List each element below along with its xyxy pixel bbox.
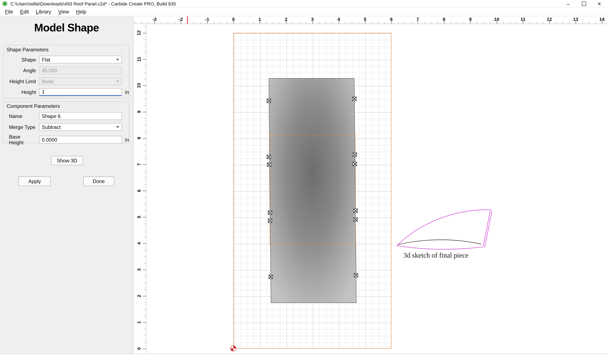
menu-item-library[interactable]: Library — [32, 8, 54, 16]
ruler-tick — [143, 217, 146, 217]
height-label: Height — [6, 89, 36, 95]
ruler-top-label: 10 — [494, 17, 499, 22]
page-title: Model Shape — [0, 22, 133, 34]
menu-item-help[interactable]: Help — [73, 8, 90, 16]
node-handle[interactable] — [353, 153, 357, 157]
apply-button[interactable]: Apply — [19, 177, 51, 186]
title-bar: C:\Users\willa\Downloads\493 Roof Panel.… — [0, 0, 607, 8]
ruler-tick — [143, 243, 146, 244]
angle-input — [39, 66, 122, 74]
ruler-top-label: -3 — [152, 17, 157, 22]
node-handle[interactable] — [269, 275, 273, 279]
node-handle[interactable] — [267, 99, 271, 103]
shape-select-value: Flat — [42, 57, 50, 63]
node-handle[interactable] — [354, 217, 358, 221]
ruler-left-label: 4 — [136, 240, 142, 247]
ruler-top-label: 14 — [599, 17, 605, 22]
node-handle[interactable] — [354, 273, 358, 277]
menu-item-edit[interactable]: Edit — [17, 8, 32, 16]
height-limit-select: None — [39, 77, 122, 85]
show-3d-button[interactable]: Show 3D — [51, 156, 83, 165]
group-legend: Shape Parameters — [7, 47, 129, 53]
close-icon: × — [597, 0, 601, 7]
ruler-top-label: 2 — [285, 17, 287, 22]
ruler-tick — [143, 322, 146, 323]
ruler-top-label: 1 — [258, 17, 261, 22]
ruler-tick — [143, 86, 146, 86]
maximize-button[interactable] — [576, 0, 591, 7]
node-handle[interactable] — [267, 155, 271, 159]
ruler-left-label: 10 — [136, 82, 142, 89]
ruler-left-label: 2 — [136, 293, 142, 299]
ruler-tick — [143, 296, 146, 296]
height-input[interactable] — [39, 88, 122, 96]
done-button[interactable]: Done — [83, 177, 114, 186]
model-shape-panel: Model Shape Shape Parameters Shape Flat … — [0, 16, 134, 354]
ruler-top-label: 11 — [521, 17, 526, 22]
ruler-top-label: 9 — [469, 17, 472, 22]
menu-bar: FileEditLibraryViewHelp — [0, 8, 607, 16]
ruler-top-label: 6 — [390, 17, 393, 22]
ruler-tick — [143, 191, 146, 191]
ruler-top-label: 4 — [337, 17, 340, 22]
chevron-down-icon — [116, 80, 119, 82]
chevron-down-icon — [116, 126, 119, 128]
ruler-top-label: 13 — [573, 17, 578, 22]
ruler-top-label: -1 — [205, 17, 209, 22]
base-height-label: Base Height — [6, 134, 36, 145]
ruler-tick — [143, 165, 146, 165]
ruler-left-label: 7 — [136, 161, 142, 168]
shape-parameters-group: Shape Parameters Shape Flat Angle Height… — [3, 45, 129, 98]
height-limit-label: Height Limit — [6, 78, 36, 84]
ruler-top-label: 3 — [311, 17, 314, 22]
ruler-left-label: 1 — [136, 319, 142, 325]
node-handle[interactable] — [352, 97, 356, 101]
chevron-down-icon — [116, 59, 119, 61]
name-label: Name — [6, 113, 36, 119]
height-unit: in — [125, 89, 129, 95]
node-handle[interactable] — [268, 210, 272, 215]
node-handle[interactable] — [267, 162, 271, 167]
ruler-left: 0123456789101112 — [134, 24, 146, 354]
ruler-top-label: 12 — [547, 17, 552, 22]
ruler-tick — [143, 270, 146, 270]
ruler-left-label: 9 — [136, 109, 142, 115]
ruler-top-label: 5 — [364, 17, 366, 22]
ruler-top-label: 8 — [443, 17, 445, 22]
ruler-cursor-indicator — [187, 16, 188, 24]
name-input[interactable] — [39, 112, 122, 120]
ruler-left-label: 3 — [136, 267, 142, 273]
ruler-left-label: 12 — [136, 30, 142, 36]
group-legend: Component Parameters — [7, 103, 129, 109]
ruler-left-label: 0 — [136, 345, 142, 351]
sketch-annotation-text[interactable]: 3d sketch of final piece — [403, 251, 496, 260]
menu-item-file[interactable]: File — [1, 8, 17, 16]
app-window: C:\Users\willa\Downloads\493 Roof Panel.… — [0, 0, 607, 364]
maximize-icon — [582, 1, 586, 6]
angle-label: Angle — [6, 68, 36, 74]
ruler-left-label: 8 — [136, 135, 142, 141]
node-handle[interactable] — [354, 208, 358, 213]
menu-item-view[interactable]: View — [54, 8, 72, 16]
ruler-tick — [143, 138, 146, 139]
component-parameters-group: Component Parameters Name Merge Type Sub… — [3, 101, 129, 143]
merge-type-label: Merge Type — [6, 124, 36, 130]
selected-vector-rect[interactable] — [269, 135, 356, 245]
app-icon — [2, 1, 7, 6]
shape-label: Shape — [6, 57, 36, 63]
node-handle[interactable] — [353, 162, 357, 166]
node-handle[interactable] — [268, 219, 272, 223]
base-height-input[interactable] — [39, 136, 122, 144]
canvas[interactable]: 3d sketch of final piece — [146, 24, 607, 354]
shape-select[interactable]: Flat — [39, 56, 122, 63]
height-limit-value: None — [42, 78, 54, 84]
bottom-strip — [0, 354, 607, 364]
minimize-icon: – — [567, 1, 570, 7]
close-button[interactable]: × — [592, 0, 607, 7]
merge-type-select[interactable]: Subtract — [39, 123, 122, 131]
3d-sketch-drawing[interactable] — [393, 204, 497, 257]
minimize-button[interactable]: – — [561, 0, 576, 7]
ruler-tick — [143, 349, 146, 349]
merge-type-value: Subtract — [42, 124, 61, 130]
ruler-left-label: 6 — [136, 188, 142, 194]
